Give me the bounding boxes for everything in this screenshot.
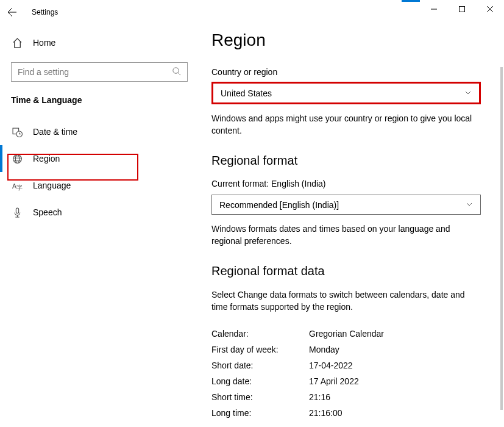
format-dropdown[interactable]: Recommended [English (India)]	[211, 195, 481, 215]
country-help: Windows and apps might use your country …	[211, 113, 481, 137]
nav-date-time[interactable]: Date & time	[11, 118, 195, 145]
row-val: Gregorian Calendar	[309, 326, 384, 342]
nav-label: Region	[33, 154, 60, 163]
language-icon: A字	[11, 181, 23, 191]
home-label: Home	[33, 38, 55, 48]
regional-format-data-title: Regional format data	[211, 264, 484, 278]
regional-format-title: Regional format	[211, 154, 484, 168]
minimize-icon	[431, 6, 437, 12]
country-dropdown[interactable]: United States	[211, 82, 481, 104]
vertical-scrollbar[interactable]	[500, 67, 503, 410]
nav-label: Date & time	[33, 127, 77, 137]
minimize-button[interactable]	[420, 0, 448, 18]
close-icon	[487, 6, 493, 12]
current-format: Current format: English (India)	[211, 179, 484, 188]
search-icon	[172, 66, 181, 77]
svg-rect-8	[16, 208, 18, 214]
window-controls	[420, 0, 504, 18]
format-help: Windows formats dates and times based on…	[211, 223, 481, 247]
nav-speech[interactable]: Speech	[11, 199, 195, 226]
table-row: First day of week:Monday	[211, 342, 484, 357]
close-button[interactable]	[476, 0, 504, 18]
home-icon	[11, 38, 23, 48]
data-help: Select Change data formats to switch bet…	[211, 289, 481, 313]
titlebar: Settings	[0, 0, 504, 24]
table-row: Short date:17-04-2022	[211, 357, 484, 373]
chevron-down-icon	[464, 88, 472, 98]
country-value: United States	[221, 88, 272, 98]
svg-text:字: 字	[16, 184, 23, 190]
nav-region[interactable]: Region	[11, 145, 195, 172]
row-val: 21:16	[309, 389, 330, 405]
page-title: Region	[211, 30, 484, 50]
chevron-down-icon	[466, 200, 473, 210]
svg-rect-0	[460, 7, 465, 12]
row-key: Long time:	[211, 405, 309, 421]
current-format-value: English (India)	[271, 179, 326, 188]
arrow-left-icon	[7, 7, 17, 17]
table-row: Calendar:Gregorian Calendar	[211, 326, 484, 342]
calendar-clock-icon	[11, 127, 23, 137]
row-key: Short date:	[211, 357, 309, 373]
current-format-prefix: Current format:	[211, 179, 271, 188]
nav-label: Language	[33, 181, 71, 190]
row-key: Short time:	[211, 389, 309, 405]
microphone-icon	[11, 207, 23, 218]
globe-icon	[11, 154, 23, 164]
maximize-icon	[459, 6, 465, 12]
table-row: Short time:21:16	[211, 389, 484, 405]
home-nav[interactable]: Home	[11, 30, 195, 55]
search-box[interactable]	[11, 62, 188, 82]
nav-language[interactable]: A字 Language	[11, 172, 195, 199]
maximize-button[interactable]	[448, 0, 476, 18]
nav-label: Speech	[33, 207, 62, 217]
accent-strip	[402, 0, 420, 2]
window-title: Settings	[32, 8, 58, 16]
format-value: Recommended [English (India)]	[219, 200, 339, 210]
row-val: 17-04-2022	[309, 357, 353, 373]
row-key: First day of week:	[211, 342, 309, 357]
category-title: Time & Language	[11, 95, 195, 105]
row-val: Monday	[309, 342, 339, 357]
row-key: Long date:	[211, 373, 309, 389]
table-row: Long time:21:16:00	[211, 405, 484, 421]
svg-point-1	[173, 68, 179, 73]
search-input[interactable]	[18, 67, 172, 77]
country-label: Country or region	[211, 67, 484, 77]
format-data-table: Calendar:Gregorian Calendar First day of…	[211, 326, 484, 421]
sidebar: Home Time & Language Date & time Region …	[0, 30, 195, 226]
row-val: 21:16:00	[309, 405, 343, 421]
back-button[interactable]	[0, 0, 24, 24]
row-key: Calendar:	[211, 326, 309, 342]
row-val: 17 April 2022	[309, 373, 359, 389]
main-content: Region Country or region United States W…	[211, 30, 497, 427]
nav-list: Date & time Region A字 Language Speech	[11, 118, 195, 226]
table-row: Long date:17 April 2022	[211, 373, 484, 389]
